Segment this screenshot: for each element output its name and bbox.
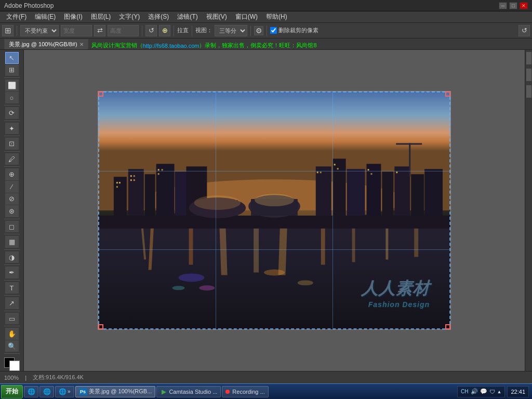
gear-icon[interactable]: ⚙ (254, 26, 263, 35)
taskbar-item-camtasia[interactable]: ▶ Camtasia Studio ... (156, 386, 221, 397)
svg-rect-36 (317, 171, 318, 173)
menu-edit[interactable]: 编辑(E) (31, 11, 60, 22)
volume-icon[interactable]: 🔊 (471, 388, 478, 395)
menu-select[interactable]: 选择(S) (144, 11, 173, 22)
tool-sep-3 (4, 121, 20, 121)
network-icon[interactable]: 💬 (480, 388, 487, 395)
height-input[interactable] (108, 25, 139, 36)
tray-icons: ▲ (497, 389, 502, 394)
menu-window[interactable]: 窗口(W) (231, 11, 262, 22)
tool-marquee-rect[interactable]: ⬜ (5, 79, 19, 91)
sys-tray[interactable]: CH 🔊 💬 🛡 ▲ (457, 386, 505, 397)
minimize-button[interactable]: ─ (499, 2, 507, 9)
reset-all-icon[interactable]: ↺ (518, 25, 530, 36)
color-swatch[interactable] (4, 357, 20, 371)
tool-path-select[interactable]: ↗ (5, 297, 19, 309)
menu-image[interactable]: 图像(I) (60, 11, 86, 22)
tool-sep-7 (4, 219, 20, 219)
tool-stamp[interactable]: ⊘ (5, 193, 19, 205)
svg-rect-30 (134, 175, 135, 177)
menu-text[interactable]: 文字(Y) (115, 11, 144, 22)
close-button[interactable]: ✕ (520, 2, 528, 9)
background-color[interactable] (9, 361, 20, 371)
time-display[interactable]: 22:41 (507, 386, 529, 397)
menu-file[interactable]: 文件(F) (2, 11, 31, 22)
menu-help[interactable]: 帮助(H) (262, 11, 291, 22)
start-button[interactable]: 开始 (1, 385, 23, 398)
svg-rect-34 (162, 169, 163, 170)
view-select[interactable]: 三等分 (215, 25, 247, 36)
tool-sep-12 (4, 295, 20, 296)
tool-sep-11 (4, 280, 20, 281)
taskbar-item-ie1[interactable]: 🌐 (24, 386, 38, 397)
tool-sep-8 (4, 234, 20, 234)
svg-rect-32 (134, 179, 135, 181)
recording-label: Recording ... (232, 389, 264, 395)
svg-rect-11 (196, 200, 238, 216)
tool-magic-wand[interactable]: ✦ (5, 123, 19, 135)
separator-3 (174, 25, 174, 36)
tool-brush[interactable]: ∕ (5, 181, 19, 193)
svg-point-53 (179, 273, 205, 282)
taskbar-item-recording[interactable]: Recording ... (222, 386, 268, 397)
svg-rect-4 (114, 177, 127, 216)
security-icon[interactable]: 🛡 (489, 389, 495, 395)
delete-cropped-label[interactable]: 删除裁剪的像素 (270, 26, 318, 34)
main-tab[interactable]: 美景.jpg @ 100%(RGB/8#) ✕ (4, 39, 88, 49)
tool-marquee-ellipse[interactable]: ○ (5, 92, 19, 104)
tool-sep-2 (4, 105, 20, 105)
cursor-icon[interactable]: ⊕ (159, 25, 170, 36)
svg-rect-49 (321, 229, 325, 265)
ps-icon: Ps (79, 388, 87, 395)
tool-shape[interactable]: ▭ (5, 313, 19, 325)
delete-cropped-checkbox[interactable] (270, 27, 277, 34)
tool-hand[interactable]: ✋ (5, 328, 19, 340)
tool-heal[interactable]: ⊕ (5, 168, 19, 180)
tool-pen[interactable]: ✒ (5, 267, 19, 278)
tool-move[interactable]: ↖ (5, 52, 19, 64)
tool-text[interactable]: T (5, 282, 19, 294)
tool-sep-9 (4, 249, 20, 250)
taskbar-item-ie2[interactable]: 🌐 (39, 386, 54, 397)
canvas-area[interactable]: 人人素材 Fashion Design (24, 50, 525, 371)
crop-tool-icon[interactable]: ⊞ (2, 25, 14, 36)
status-bar: 100% | 文档:916.4K/916.4K (0, 371, 532, 383)
svg-rect-17 (333, 158, 346, 216)
right-tool-3[interactable] (526, 85, 531, 98)
swap-dimensions-icon[interactable]: ⇄ (94, 25, 105, 36)
tool-sep-13 (4, 311, 20, 311)
tab-close-icon[interactable]: ✕ (79, 42, 84, 47)
tool-lasso[interactable]: ⟳ (5, 107, 19, 119)
tab-label: 美景.jpg @ 100%(RGB/8#) (9, 41, 77, 48)
reset-icon[interactable]: ↺ (145, 25, 157, 36)
constraint-select[interactable]: 不受约束 (20, 25, 59, 36)
tool-eraser[interactable]: ◻ (5, 221, 19, 233)
watermark-text: 人人素材 (361, 277, 430, 300)
svg-point-1 (145, 179, 404, 221)
zoom-level: 100% (4, 375, 19, 381)
separator-1 (17, 25, 17, 36)
menu-filter[interactable]: 滤镜(T) (173, 11, 202, 22)
lang-indicator: CH (461, 389, 468, 394)
restore-button[interactable]: □ (509, 2, 517, 9)
tool-crop[interactable]: ⊡ (5, 138, 19, 150)
tool-gradient[interactable]: ▦ (5, 236, 19, 248)
taskbar-item-ie3[interactable]: 🌐 » (55, 386, 74, 397)
width-input[interactable] (61, 25, 92, 36)
svg-rect-41 (370, 173, 372, 175)
title-bar: Adobe Photoshop ─ □ ✕ (0, 0, 532, 11)
tool-sep-5 (4, 151, 20, 152)
tool-zoom[interactable]: 🔍 (5, 340, 19, 352)
tool-history-brush[interactable]: ⊛ (5, 205, 19, 217)
right-tool-1[interactable] (526, 52, 531, 64)
menu-view[interactable]: 视图(V) (202, 11, 231, 22)
tool-dodge[interactable]: ◑ (5, 251, 19, 263)
right-tool-2[interactable] (526, 69, 531, 81)
svg-rect-8 (175, 171, 188, 216)
taskbar-item-ps[interactable]: Ps 美景.jpg @ 100%(RGB... (75, 386, 156, 397)
tool-eyedropper[interactable]: 🖊 (5, 153, 19, 165)
tool-artboard[interactable]: ⊞ (5, 64, 19, 76)
tool-sep-4 (4, 136, 20, 136)
separator-2 (142, 25, 142, 36)
menu-layer[interactable]: 图层(L) (87, 11, 115, 22)
